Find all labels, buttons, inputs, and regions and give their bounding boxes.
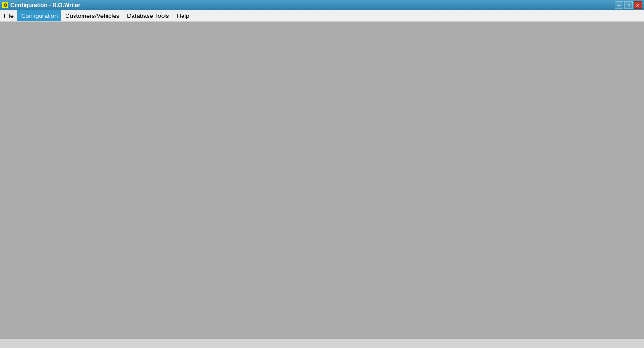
title-text: ⚙ Configuration - R.O.Writer [2, 2, 80, 8]
title-label: Configuration - R.O.Writer [10, 2, 80, 8]
app-icon: ⚙ [2, 2, 8, 8]
close-button[interactable]: ✕ [634, 1, 642, 9]
minimize-button[interactable]: ─ [615, 1, 623, 9]
menu-file[interactable]: File [0, 10, 17, 21]
menu-configuration[interactable]: Configuration [17, 10, 61, 21]
menu-database-tools[interactable]: Database Tools [123, 10, 173, 21]
menubar: File Configuration Customers/Vehicles Da… [0, 10, 644, 22]
main-content [0, 22, 644, 339]
status-bar [0, 339, 644, 348]
menu-help[interactable]: Help [173, 10, 193, 21]
title-bar: ⚙ Configuration - R.O.Writer ─ □ ✕ [0, 0, 644, 10]
maximize-button[interactable]: □ [624, 1, 633, 9]
window-controls[interactable]: ─ □ ✕ [615, 1, 642, 9]
menu-customers-vehicles[interactable]: Customers/Vehicles [61, 10, 123, 21]
